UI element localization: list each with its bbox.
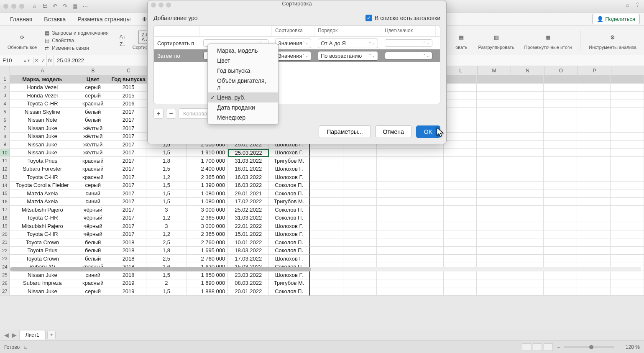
empty-cell[interactable] <box>477 189 510 198</box>
empty-cell[interactable] <box>444 182 477 190</box>
empty-cell[interactable] <box>444 271 477 279</box>
data-cell[interactable]: жёлтый <box>75 149 111 157</box>
data-cell[interactable]: Toyota Prius <box>10 157 75 165</box>
scrollbar-thumb[interactable] <box>10 267 311 271</box>
empty-cell[interactable] <box>377 271 410 279</box>
empty-cell[interactable] <box>377 182 410 190</box>
row-header[interactable]: 3 <box>0 92 10 100</box>
empty-cell[interactable] <box>477 133 510 141</box>
data-cell[interactable]: красный <box>75 165 111 174</box>
data-cell[interactable] <box>310 247 343 255</box>
empty-cell[interactable] <box>510 75 544 84</box>
data-cell[interactable]: Nissan Juke <box>10 287 75 296</box>
col-header-M[interactable]: M <box>478 66 511 75</box>
empty-cell[interactable] <box>477 255 510 263</box>
empty-cell[interactable] <box>410 222 444 230</box>
sort-level-2-order-select[interactable]: По возрастанию⌃⌄ <box>318 51 378 61</box>
empty-cell[interactable] <box>510 230 544 239</box>
empty-cell[interactable] <box>377 222 410 230</box>
data-cell[interactable]: 1 700 000 <box>187 157 228 165</box>
data-cell[interactable]: 2017 <box>111 165 146 174</box>
cancel-button[interactable]: Отмена <box>375 125 412 138</box>
zoom-slider[interactable] <box>564 346 614 348</box>
empty-cell[interactable] <box>343 238 377 247</box>
empty-cell[interactable] <box>577 108 611 116</box>
formula-value[interactable]: 25.03.2022 <box>54 57 87 64</box>
empty-cell[interactable] <box>611 238 644 247</box>
empty-cell[interactable] <box>343 157 377 165</box>
empty-cell[interactable] <box>343 255 377 263</box>
row-header[interactable]: 5 <box>0 108 10 116</box>
data-cell[interactable]: 2019 <box>111 287 146 296</box>
header-cell[interactable]: Марка, модель <box>10 75 75 84</box>
sheet-next-icon[interactable]: ▶ <box>11 332 18 338</box>
sort-level-1[interactable]: Сортировать п ⌃⌄ Значения⌃⌄ От А до Я⌃⌄ … <box>154 37 440 49</box>
data-cell[interactable]: 1,5 <box>146 198 187 206</box>
data-cell[interactable]: Тригубов М. <box>269 279 310 288</box>
empty-cell[interactable] <box>510 222 544 230</box>
row-header[interactable]: 25 <box>0 271 10 279</box>
data-cell[interactable]: чёрный <box>75 214 111 223</box>
empty-cell[interactable] <box>343 165 377 174</box>
empty-cell[interactable] <box>611 182 644 190</box>
empty-cell[interactable] <box>410 238 444 247</box>
data-cell[interactable] <box>310 182 343 190</box>
data-cell[interactable]: белый <box>75 116 111 125</box>
data-cell[interactable]: 2 760 000 <box>187 255 228 263</box>
empty-cell[interactable] <box>544 133 577 141</box>
tab-insert[interactable]: Вставка <box>38 13 72 25</box>
empty-cell[interactable] <box>477 100 510 108</box>
save-icon[interactable]: 🖫 <box>41 3 49 10</box>
data-cell[interactable]: 1 080 000 <box>187 189 228 198</box>
data-cell[interactable]: Тригубов М. <box>269 198 310 206</box>
empty-cell[interactable] <box>577 149 611 157</box>
empty-cell[interactable] <box>544 75 577 84</box>
data-cell[interactable]: 25.02.2022 <box>228 206 269 214</box>
empty-cell[interactable] <box>477 157 510 165</box>
empty-cell[interactable] <box>544 124 577 133</box>
empty-cell[interactable] <box>477 92 510 100</box>
empty-cell[interactable] <box>410 255 444 263</box>
data-cell[interactable]: 2017 <box>111 189 146 198</box>
empty-cell[interactable] <box>510 141 544 149</box>
data-cell[interactable]: 2017 <box>111 124 146 133</box>
data-cell[interactable] <box>310 157 343 165</box>
data-cell[interactable]: 1,8 <box>146 157 187 165</box>
tab-pagelayout[interactable]: Разметка страницы <box>72 13 136 25</box>
empty-cell[interactable] <box>444 238 477 247</box>
data-cell[interactable]: Toyota Prius <box>10 247 75 255</box>
data-cell[interactable]: Toyota C-HR <box>10 100 75 108</box>
data-cell[interactable]: Nissan Juke <box>10 133 75 141</box>
empty-cell[interactable] <box>544 287 577 296</box>
empty-cell[interactable] <box>477 141 510 149</box>
empty-cell[interactable] <box>477 149 510 157</box>
empty-cell[interactable] <box>510 182 544 190</box>
empty-cell[interactable] <box>611 271 644 279</box>
quick-icon[interactable]: ▦ <box>71 3 79 10</box>
empty-cell[interactable] <box>444 230 477 239</box>
empty-cell[interactable] <box>444 247 477 255</box>
refresh-all-group[interactable]: ⟳ Обновить все <box>4 29 40 51</box>
data-cell[interactable]: Toyota Corolla Fielder <box>10 182 75 190</box>
data-cell[interactable]: 1 695 000 <box>187 247 228 255</box>
empty-cell[interactable] <box>577 116 611 125</box>
data-cell[interactable] <box>310 149 343 157</box>
data-cell[interactable]: 2016 <box>111 100 146 108</box>
dropdown-item[interactable]: Цена, руб. <box>208 92 278 102</box>
data-cell[interactable]: 2015 <box>111 84 146 92</box>
empty-cell[interactable] <box>510 247 544 255</box>
data-cell[interactable]: Mitsubishi Pajero <box>10 222 75 230</box>
search-icon[interactable]: ⌕ <box>626 2 629 8</box>
empty-cell[interactable] <box>377 198 410 206</box>
zoom-out-icon[interactable]: − <box>555 344 562 350</box>
data-cell[interactable]: Шолохов Г. <box>269 271 310 279</box>
empty-cell[interactable] <box>377 238 410 247</box>
data-cell[interactable]: белый <box>75 238 111 247</box>
data-cell[interactable]: 3 <box>146 206 187 214</box>
empty-cell[interactable] <box>477 247 510 255</box>
view-pagelayout-icon[interactable] <box>533 343 542 351</box>
data-cell[interactable]: 2017 <box>111 116 146 125</box>
data-cell[interactable] <box>310 173 343 182</box>
data-cell[interactable]: 2 760 000 <box>187 238 228 247</box>
cancel-formula-icon[interactable]: ✕ <box>33 55 40 66</box>
